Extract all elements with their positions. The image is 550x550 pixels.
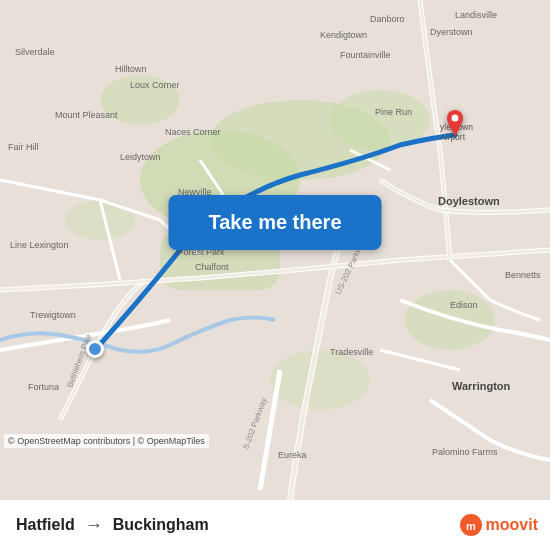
destination-marker	[443, 110, 467, 144]
to-label: Buckingham	[113, 516, 209, 534]
map-container: Danboro Landisville Kendigtown Dyerstown…	[0, 0, 550, 500]
svg-text:Warrington: Warrington	[452, 380, 511, 392]
from-label: Hatfield	[16, 516, 75, 534]
svg-text:Line Lexington: Line Lexington	[10, 240, 69, 250]
moovit-logo: m moovit	[460, 514, 538, 536]
take-me-there-button[interactable]: Take me there	[168, 195, 381, 250]
svg-text:Pine Run: Pine Run	[375, 107, 412, 117]
svg-text:Fair Hill: Fair Hill	[8, 142, 39, 152]
svg-text:Danboro: Danboro	[370, 14, 405, 24]
svg-point-6	[405, 290, 495, 350]
svg-text:Trewigtown: Trewigtown	[30, 310, 76, 320]
svg-text:Fountainville: Fountainville	[340, 50, 391, 60]
svg-text:Palomino Farms: Palomino Farms	[432, 447, 498, 457]
svg-point-40	[452, 115, 459, 122]
moovit-logo-icon: m	[460, 514, 482, 536]
svg-text:Bennetts: Bennetts	[505, 270, 541, 280]
svg-text:Mount Pleasant: Mount Pleasant	[55, 110, 118, 120]
map-attribution: © OpenStreetMap contributors | © OpenMap…	[4, 434, 209, 448]
svg-text:Leidytown: Leidytown	[120, 152, 161, 162]
svg-text:Hilltown: Hilltown	[115, 64, 147, 74]
arrow-icon: →	[85, 515, 103, 536]
map-background: Danboro Landisville Kendigtown Dyerstown…	[0, 0, 550, 500]
svg-text:m: m	[466, 520, 476, 532]
bottom-bar: Hatfield → Buckingham m moovit	[0, 500, 550, 550]
svg-text:Doylestown: Doylestown	[438, 195, 500, 207]
moovit-text: moovit	[486, 516, 538, 534]
svg-text:Dyerstown: Dyerstown	[430, 27, 473, 37]
svg-text:Kendigtown: Kendigtown	[320, 30, 367, 40]
svg-text:Silverdale: Silverdale	[15, 47, 55, 57]
svg-text:Eureka: Eureka	[278, 450, 307, 460]
svg-point-8	[270, 350, 370, 410]
svg-text:Chalfont: Chalfont	[195, 262, 229, 272]
origin-marker	[86, 340, 104, 358]
svg-text:Fortuna: Fortuna	[28, 382, 59, 392]
svg-text:Tradesville: Tradesville	[330, 347, 373, 357]
svg-text:Loux Corner: Loux Corner	[130, 80, 180, 90]
svg-text:Landisville: Landisville	[455, 10, 497, 20]
svg-text:Naces Corner: Naces Corner	[165, 127, 221, 137]
svg-text:Edison: Edison	[450, 300, 478, 310]
